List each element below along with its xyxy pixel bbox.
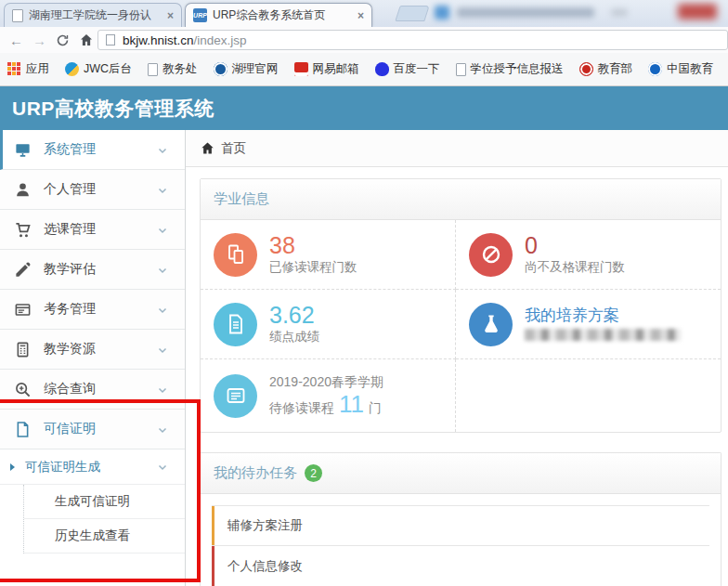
tab-close-icon[interactable]: × xyxy=(167,9,174,22)
chevron-down-icon xyxy=(157,344,168,355)
browser-address-bar: ← → bkjw.hnist.cn/index.jsp xyxy=(0,27,728,53)
reload-icon[interactable] xyxy=(56,33,70,47)
bookmark-label: 湖理官网 xyxy=(232,61,279,77)
stat-card-gpa[interactable]: 3.62 绩点成绩 xyxy=(201,290,456,359)
todo-item-label: 辅修方案注册 xyxy=(228,517,303,534)
browser-tab-urp[interactable]: URP URP综合教务系统首页 × xyxy=(185,3,372,27)
zoom-in-icon xyxy=(14,381,32,398)
tab-close-icon[interactable]: × xyxy=(358,9,364,22)
stat-card-failing-courses[interactable]: 0 尚不及格课程门数 xyxy=(456,220,721,290)
priority-bar-yellow xyxy=(212,506,214,545)
bookmark-academic-office[interactable]: 教务处 xyxy=(148,61,198,77)
priority-bar-red xyxy=(212,546,214,586)
blurred-titlebar-text xyxy=(457,7,594,18)
sidebar-item-history-view[interactable]: 历史生成查看 xyxy=(24,519,185,553)
document-icon xyxy=(214,303,257,346)
bookmarks-bar: 应用 JWC后台 教务处 湖理官网 网易邮箱 百度一下 学位授予信息报送 教育 xyxy=(0,53,728,86)
blurred-app-icon xyxy=(435,6,449,20)
chevron-down-icon xyxy=(157,144,168,155)
panel-title-text: 我的待办任务 xyxy=(214,464,297,482)
bookmark-baidu[interactable]: 百度一下 xyxy=(375,61,440,77)
sidebar-item-label: 考务管理 xyxy=(44,301,96,318)
sidebar-item-label: 教学评估 xyxy=(44,261,96,278)
blurred-close-button xyxy=(678,4,717,20)
sidebar-item-teaching-resources[interactable]: 教学资源 xyxy=(0,330,185,370)
training-plan-link[interactable]: 我的培养方案 xyxy=(525,307,681,324)
bookmark-moe[interactable]: 教育部 xyxy=(579,61,633,77)
sidebar-item-label: 可信证明 xyxy=(44,421,96,437)
sidebar-item-trusted-certificate[interactable]: 可信证明 xyxy=(0,410,185,449)
browser-tab-sso[interactable]: 湖南理工学院统一身份认 × xyxy=(4,3,182,27)
page-icon xyxy=(106,34,115,46)
urp-favicon: URP xyxy=(193,8,207,22)
sidebar-item-comprehensive-query[interactable]: 综合查询 xyxy=(0,370,185,410)
bookmark-apps[interactable]: 应用 xyxy=(7,61,49,77)
redacted-plan-name xyxy=(525,329,681,341)
emblem-favicon xyxy=(579,62,593,76)
chevron-down-icon xyxy=(157,384,168,395)
ban-icon xyxy=(469,233,513,277)
file-icon xyxy=(14,421,32,438)
documents-icon xyxy=(214,233,257,277)
sidebar: 系统管理 个人管理 选课管理 教学评估 xyxy=(0,130,186,586)
bookmark-china-edu[interactable]: 中国教育 xyxy=(648,61,713,77)
cart-icon xyxy=(14,221,32,239)
bookmark-label: 教育部 xyxy=(598,61,633,77)
back-icon[interactable]: ← xyxy=(9,33,23,47)
stat-card-training-plan[interactable]: 我的培养方案 xyxy=(456,290,721,359)
monitor-icon xyxy=(14,141,32,159)
todo-item-minor-program[interactable]: 辅修方案注册 xyxy=(212,505,709,546)
sidebar-item-label: 系统管理 xyxy=(44,141,96,158)
forward-icon[interactable]: → xyxy=(32,33,46,47)
sidebar-item-teaching-eval[interactable]: 教学评估 xyxy=(0,250,185,290)
todo-item-personal-info[interactable]: 个人信息修改 xyxy=(212,546,709,586)
list-card-icon xyxy=(214,374,257,418)
sidebar-item-label: 个人管理 xyxy=(44,181,96,198)
sidebar-item-exam-mgmt[interactable]: 考务管理 xyxy=(0,290,185,330)
sidebar-item-label: 可信证明生成 xyxy=(25,459,100,475)
bookmark-jwc[interactable]: JWC后台 xyxy=(65,61,132,77)
person-icon xyxy=(14,181,32,199)
todo-item-label: 个人信息修改 xyxy=(228,558,303,575)
page-favicon xyxy=(148,63,158,76)
exam-card-icon xyxy=(14,301,32,319)
sidebar-item-personal-mgmt[interactable]: 个人管理 xyxy=(0,170,185,210)
home-icon[interactable] xyxy=(79,33,94,47)
content: 系统管理 个人管理 选课管理 教学评估 xyxy=(0,130,728,586)
sidebar-item-course-selection[interactable]: 选课管理 xyxy=(0,210,185,250)
breadcrumb-home[interactable]: 首页 xyxy=(221,140,246,157)
chevron-down-icon xyxy=(157,423,168,435)
sidebar-item-system-mgmt[interactable]: 系统管理 xyxy=(0,130,185,170)
academic-info-panel: 学业信息 38 已修读课程门数 xyxy=(200,178,722,433)
cert-generation-submenu: 生成可信证明 历史生成查看 xyxy=(23,485,185,553)
sphere-favicon xyxy=(65,62,79,76)
sidebar-item-label: 历史生成查看 xyxy=(55,527,130,544)
url-input[interactable]: bkjw.hnist.cn/index.jsp xyxy=(98,30,728,50)
panel-title-text: 学业信息 xyxy=(214,190,269,208)
sidebar-item-label: 选课管理 xyxy=(44,221,96,238)
bookmark-degree-report[interactable]: 学位授予信息报送 xyxy=(456,61,564,77)
bookmark-label: 应用 xyxy=(26,61,49,77)
building-icon xyxy=(14,341,32,358)
bookmark-label: 中国教育 xyxy=(667,61,713,77)
stat-card-empty xyxy=(456,359,721,432)
browser-tab-strip: 湖南理工学院统一身份认 × URP URP综合教务系统首页 × xyxy=(0,0,728,27)
sidebar-item-label: 生成可信证明 xyxy=(55,493,130,510)
bookmark-label: 百度一下 xyxy=(394,61,440,77)
bookmark-label: 教务处 xyxy=(162,61,198,77)
new-tab-button[interactable] xyxy=(395,6,430,21)
pending-courses-unit: 门 xyxy=(369,400,382,417)
mail-favicon xyxy=(294,62,308,76)
todo-panel: 我的待办任务 2 辅修方案注册 个人信息修改 xyxy=(200,452,722,586)
sidebar-item-generate-certificate[interactable]: 生成可信证明 xyxy=(24,485,185,519)
sidebar-item-label: 综合查询 xyxy=(44,381,96,397)
bookmark-huli-site[interactable]: 湖理官网 xyxy=(214,61,279,77)
panel-title: 学业信息 xyxy=(201,179,721,220)
bookmark-label: 学位授予信息报送 xyxy=(471,61,564,77)
emblem-favicon xyxy=(648,62,662,76)
stat-card-semester-pending[interactable]: 2019-2020春季学期 待修读课程 11 门 xyxy=(201,359,456,432)
stat-card-completed-courses[interactable]: 38 已修读课程门数 xyxy=(201,220,456,290)
bookmark-netease-mail[interactable]: 网易邮箱 xyxy=(294,61,359,77)
sidebar-item-cert-generation[interactable]: 可信证明生成 xyxy=(0,449,185,485)
stat-label: 尚不及格课程门数 xyxy=(525,259,625,276)
